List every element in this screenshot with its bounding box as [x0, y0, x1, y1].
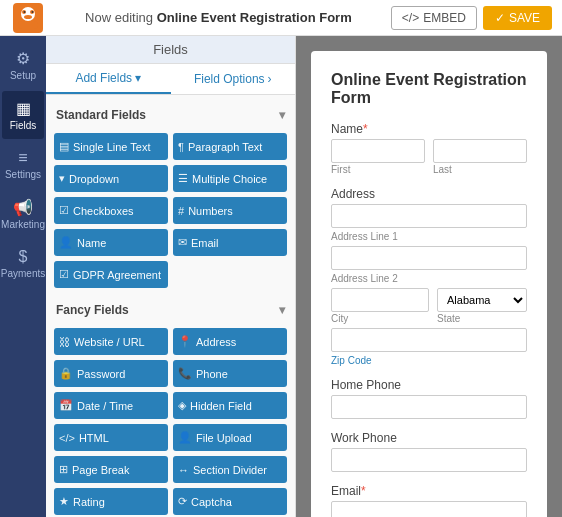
section-divider-button[interactable]: ↔ Section Divider	[173, 456, 287, 483]
name-icon: 👤	[59, 236, 73, 249]
single-line-text-icon: ▤	[59, 140, 69, 153]
state-col: Alabama State	[437, 288, 527, 324]
embed-button[interactable]: </> EMBED	[391, 6, 477, 30]
single-line-text-button[interactable]: ▤ Single Line Text	[54, 133, 168, 160]
form-preview: Online Event Registration Form Name* Fir…	[296, 36, 562, 517]
fields-icon: ▦	[16, 99, 31, 118]
zip-code-input[interactable]	[331, 328, 527, 352]
file-upload-button[interactable]: 👤 File Upload	[173, 424, 287, 451]
svg-point-6	[24, 15, 32, 19]
gdpr-agreement-button[interactable]: ☑ GDPR Agreement	[54, 261, 168, 288]
sidebar-item-label: Payments	[1, 268, 45, 279]
chevron-right-icon: ›	[268, 72, 272, 86]
html-button[interactable]: </> HTML	[54, 424, 168, 451]
form-card: Online Event Registration Form Name* Fir…	[311, 51, 547, 517]
phone-button[interactable]: 📞 Phone	[173, 360, 287, 387]
sidebar-item-label: Marketing	[1, 219, 45, 230]
sidebar-item-payments[interactable]: $ Payments	[2, 240, 44, 287]
sidebar-item-fields[interactable]: ▦ Fields	[2, 91, 44, 139]
tab-add-fields[interactable]: Add Fields ▾	[46, 64, 171, 94]
name-field-group: Name* First Last	[331, 122, 527, 175]
setup-icon: ⚙	[16, 49, 30, 68]
password-icon: 🔒	[59, 367, 73, 380]
marketing-icon: 📢	[13, 198, 33, 217]
last-name-input[interactable]	[433, 139, 527, 163]
email-label: Email*	[331, 484, 527, 498]
page-break-button[interactable]: ⊞ Page Break	[54, 456, 168, 483]
standard-fields-section-header: Standard Fields ▾	[54, 103, 287, 127]
page-title: Now editing Online Event Registration Fo…	[46, 10, 391, 25]
fields-content: Standard Fields ▾ ▤ Single Line Text ¶ P…	[46, 95, 295, 517]
email-icon: ✉	[178, 236, 187, 249]
last-name-sublabel: Last	[433, 164, 527, 175]
logo	[10, 0, 46, 36]
first-name-input[interactable]	[331, 139, 425, 163]
address-field-group: Address Address Line 1 Address Line 2 Ci…	[331, 187, 527, 366]
address-button[interactable]: 📍 Address	[173, 328, 287, 355]
form-preview-title: Online Event Registration Form	[331, 71, 527, 107]
checkmark-icon: ✓	[495, 11, 505, 25]
sidebar-nav: ⚙ Setup ▦ Fields ≡ Settings 📢 Marketing …	[0, 36, 46, 517]
work-phone-field-group: Work Phone	[331, 431, 527, 472]
section-divider-icon: ↔	[178, 464, 189, 476]
home-phone-field-group: Home Phone	[331, 378, 527, 419]
sidebar-item-settings[interactable]: ≡ Settings	[2, 141, 44, 188]
gdpr-icon: ☑	[59, 268, 69, 281]
multiple-choice-button[interactable]: ☰ Multiple Choice	[173, 165, 287, 192]
fancy-section-chevron: ▾	[279, 303, 285, 317]
standard-field-buttons: ▤ Single Line Text ¶ Paragraph Text ▾ Dr…	[54, 133, 287, 288]
email-input[interactable]	[331, 501, 527, 517]
payments-icon: $	[19, 248, 28, 266]
paragraph-text-button[interactable]: ¶ Paragraph Text	[173, 133, 287, 160]
sidebar-item-label: Settings	[5, 169, 41, 180]
sidebar-item-setup[interactable]: ⚙ Setup	[2, 41, 44, 89]
last-name-col: Last	[433, 139, 527, 175]
chevron-down-icon: ▾	[135, 71, 141, 85]
checkboxes-icon: ☑	[59, 204, 69, 217]
city-sublabel: City	[331, 313, 429, 324]
paragraph-text-icon: ¶	[178, 141, 184, 153]
checkboxes-button[interactable]: ☑ Checkboxes	[54, 197, 168, 224]
address-line2-input[interactable]	[331, 246, 527, 270]
tab-field-options[interactable]: Field Options ›	[171, 64, 296, 94]
page-break-icon: ⊞	[59, 463, 68, 476]
home-phone-input[interactable]	[331, 395, 527, 419]
state-select[interactable]: Alabama	[437, 288, 527, 312]
captcha-icon: ⟳	[178, 495, 187, 508]
website-url-icon: ⛓	[59, 336, 70, 348]
hidden-field-button[interactable]: ◈ Hidden Field	[173, 392, 287, 419]
standard-section-chevron: ▾	[279, 108, 285, 122]
address-icon: 📍	[178, 335, 192, 348]
fancy-fields-section-header: Fancy Fields ▾	[54, 298, 287, 322]
svg-point-5	[32, 11, 34, 13]
hidden-field-icon: ◈	[178, 399, 186, 412]
main-layout: ⚙ Setup ▦ Fields ≡ Settings 📢 Marketing …	[0, 36, 562, 517]
dropdown-button[interactable]: ▾ Dropdown	[54, 165, 168, 192]
website-url-button[interactable]: ⛓ Website / URL	[54, 328, 168, 355]
date-time-button[interactable]: 📅 Date / Time	[54, 392, 168, 419]
html-icon: </>	[59, 432, 75, 444]
password-button[interactable]: 🔒 Password	[54, 360, 168, 387]
sidebar-item-label: Fields	[10, 120, 37, 131]
captcha-button[interactable]: ⟳ Captcha	[173, 488, 287, 515]
city-input[interactable]	[331, 288, 429, 312]
file-upload-icon: 👤	[178, 431, 192, 444]
name-button[interactable]: 👤 Name	[54, 229, 168, 256]
fields-tabs: Add Fields ▾ Field Options ›	[46, 64, 295, 95]
fancy-field-buttons: ⛓ Website / URL 📍 Address 🔒 Password 📞 P…	[54, 328, 287, 515]
fields-panel-header: Fields	[46, 36, 295, 64]
numbers-icon: #	[178, 205, 184, 217]
state-sublabel: State	[437, 313, 527, 324]
sidebar-item-label: Setup	[10, 70, 36, 81]
email-button[interactable]: ✉ Email	[173, 229, 287, 256]
address-line1-sublabel: Address Line 1	[331, 231, 527, 242]
save-button[interactable]: ✓ SAVE	[483, 6, 552, 30]
top-bar-actions: </> EMBED ✓ SAVE	[391, 6, 552, 30]
work-phone-input[interactable]	[331, 448, 527, 472]
numbers-button[interactable]: # Numbers	[173, 197, 287, 224]
sidebar-item-marketing[interactable]: 📢 Marketing	[2, 190, 44, 238]
address-line1-input[interactable]	[331, 204, 527, 228]
home-phone-label: Home Phone	[331, 378, 527, 392]
date-time-icon: 📅	[59, 399, 73, 412]
rating-button[interactable]: ★ Rating	[54, 488, 168, 515]
